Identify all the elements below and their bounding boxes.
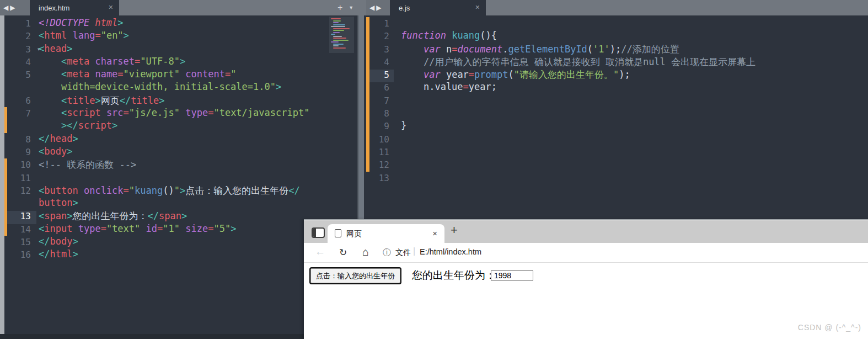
code-text: <meta name="viewport" content=" [39,68,357,80]
refresh-icon[interactable]: ↻ [339,247,347,258]
close-icon[interactable]: × [432,229,437,238]
code-line[interactable]: 3 var n=document.getElementById('1');//添… [366,43,868,56]
line-number: 12 [366,160,394,172]
line-number: 5 [4,70,36,82]
left-pane-nav: ◀ ▶ [0,0,33,15]
code-line[interactable]: width=device-width, initial-scale=1.0"> [4,81,357,94]
code-line[interactable]: 13 [366,172,868,184]
code-line[interactable]: 2<html lang="en"> [4,30,357,43]
code-text: n.value=year; [401,81,868,92]
modified-marker [366,17,369,30]
address-url[interactable]: E:/html/index.htm [420,247,481,256]
editor-bottom-strip [0,334,304,339]
line-number: 2 [4,31,36,44]
back-icon[interactable]: ← [315,246,325,258]
code-line[interactable]: 8 [366,107,868,120]
code-text: <body> [39,146,357,157]
code-text: button> [39,197,357,208]
line-number: 6 [4,96,36,108]
code-text: width=device-width, initial-scale=1.0"> [39,81,357,92]
modified-marker [366,68,369,81]
code-line[interactable]: 10 [366,133,868,146]
code-line[interactable]: 5 var year=prompt("请输入您的出生年份。"); [366,68,868,81]
modified-marker [366,81,369,94]
line-number: 16 [4,250,36,262]
code-line[interactable]: 5 <meta name="viewport" content=" [4,68,357,81]
tab-e-js[interactable]: e.js × [390,0,486,15]
tab-index-htm[interactable]: index.htm × [30,0,119,15]
line-number: 13 [366,173,394,186]
code-line[interactable]: 11 [4,172,357,184]
tabbar-actions: + ▼ [337,0,353,15]
code-line[interactable]: ></script> [4,120,357,133]
code-text: <script src="js/e.js" type="text/javascr… [39,107,357,118]
modified-marker [4,184,7,197]
info-icon[interactable]: ⓘ [383,247,391,258]
code-text: <button onclick="kuang()">点击：输入您的出生年份</ [39,184,357,197]
code-line[interactable]: 8</head> [4,133,357,146]
tab-actions-menu-icon[interactable] [312,227,325,238]
code-line[interactable]: 3▾<head> [4,43,357,56]
modified-marker [366,133,369,146]
modified-marker [4,210,7,223]
close-icon[interactable]: × [109,3,113,11]
code-line[interactable]: 7 [366,94,868,107]
modified-marker [4,172,7,184]
code-line[interactable]: 4 <meta charset="UTF-8"> [4,56,357,68]
code-line[interactable]: 10<!-- 联系的函数 --> [4,158,357,171]
code-minimap [329,17,354,53]
add-file-icon[interactable]: + [337,3,342,13]
code-line[interactable]: 4 //用户输入的字符串信息 确认就是接收到 取消就是null 会出现在显示屏幕… [366,56,868,68]
left-edge-strip [0,15,4,334]
file-scheme-label: 文件 [395,248,411,258]
line-number: 10 [4,160,36,172]
close-icon[interactable]: × [475,3,480,11]
code-text: } [401,120,868,131]
modified-marker [4,158,7,171]
code-line[interactable]: 6 n.value=year; [366,81,868,94]
code-line[interactable]: 9} [366,120,868,133]
line-number: 10 [366,134,394,147]
line-number: 11 [366,147,394,160]
home-icon[interactable]: ⌂ [362,246,369,258]
birth-year-input[interactable] [491,270,533,281]
dropdown-icon[interactable]: ▼ [349,5,353,10]
code-text: //用户输入的字符串信息 确认就是接收到 取消就是null 会出现在显示屏幕上 [401,56,868,68]
nav-prev-icon[interactable]: ◀ [369,4,374,12]
tab-label: e.js [399,4,410,12]
modified-marker [366,94,369,107]
line-number: 3 [366,44,394,57]
browser-page: 点击：输入您的出生年份 您的出生年份为： CSDN @ (-^_^-) [304,263,868,339]
code-line[interactable]: 1<!DOCTYPE html> [4,17,357,30]
screen: { "colors": { "editor_bg": "#2d333d", "t… [0,0,868,339]
line-number: 12 [4,186,36,198]
modified-marker [4,223,7,236]
line-number [4,197,36,210]
tab-label: index.htm [39,4,69,12]
code-text: <head> [39,43,357,54]
code-line[interactable]: 11 [366,146,868,158]
browser-tab[interactable]: 网页 × [328,224,444,243]
page-icon [335,229,341,237]
line-number: 9 [4,147,36,160]
address-separator: | [413,246,415,256]
code-line[interactable]: 12 [366,158,868,171]
line-number: 2 [366,31,394,44]
code-line[interactable]: 6 <title>网页</title> [4,94,357,107]
editor-tabbar: ◀ ▶ index.htm × + ▼ ◀ ▶ e.js × [0,0,868,15]
code-line[interactable]: 7 <script src="js/e.js" type="text/javas… [4,107,357,120]
modified-marker [366,56,369,68]
code-line[interactable]: button> [4,197,357,210]
code-line[interactable]: 9<body> [4,146,357,158]
code-line[interactable]: 1 [366,17,868,30]
birth-year-button[interactable]: 点击：输入您的出生年份 [310,268,400,283]
nav-next-icon[interactable]: ▶ [376,4,381,12]
nav-prev-icon[interactable]: ◀ [3,4,8,12]
code-line[interactable]: 2function kuang(){ [366,30,868,43]
code-line[interactable]: 12<button onclick="kuang()">点击：输入您的出生年份<… [4,184,357,197]
modified-marker [366,30,369,43]
line-number [4,81,36,94]
new-tab-icon[interactable]: + [451,223,458,237]
nav-next-icon[interactable]: ▶ [10,4,15,12]
line-number: 11 [4,173,36,186]
